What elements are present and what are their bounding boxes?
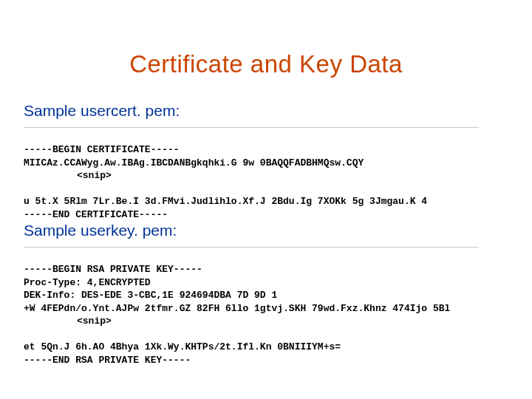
- code-snip: <snip>: [24, 315, 508, 328]
- code-block-userkey: -----BEGIN RSA PRIVATE KEY----- Proc-Typ…: [24, 263, 508, 366]
- code-line: -----BEGIN RSA PRIVATE KEY-----: [24, 264, 202, 275]
- code-block-usercert: -----BEGIN CERTIFICATE----- MIICAz.CCAWy…: [24, 143, 508, 221]
- code-line: u 5t.X 5Rlm 7Lr.Be.I 3d.FMvi.Judlihlo.Xf…: [24, 196, 427, 207]
- code-line: +W 4FEPdn/o.Ynt.AJPw 2tfmr.GZ 82FH 6llo …: [24, 303, 450, 314]
- slide: Certificate and Key Data Sample usercert…: [0, 0, 532, 399]
- page-title: Certificate and Key Data: [0, 50, 532, 78]
- code-line: et 5Qn.J 6h.AO 4Bhya 1Xk.Wy.KHTPs/2t.Ifl…: [24, 341, 341, 352]
- code-snip: <snip>: [24, 169, 508, 183]
- code-line: MIICAz.CCAWyg.Aw.IBAg.IBCDANBgkqhki.G 9w…: [24, 157, 364, 168]
- section-label-usercert: Sample usercert. pem:: [24, 102, 508, 120]
- code-line: -----END RSA PRIVATE KEY-----: [24, 355, 191, 366]
- section-userkey: Sample userkey. pem:: [24, 222, 508, 239]
- code-line: DEK-Info: DES-EDE 3-CBC,1E 924694DBA 7D …: [24, 290, 277, 301]
- code-line: -----END CERTIFICATE-----: [24, 209, 168, 220]
- code-line: -----BEGIN CERTIFICATE-----: [24, 144, 180, 155]
- divider: [24, 127, 479, 128]
- section-usercert: Sample usercert. pem:: [24, 102, 508, 120]
- divider: [24, 247, 479, 248]
- section-label-userkey: Sample userkey. pem:: [24, 222, 508, 239]
- code-line: Proc-Type: 4,ENCRYPTED: [24, 277, 151, 288]
